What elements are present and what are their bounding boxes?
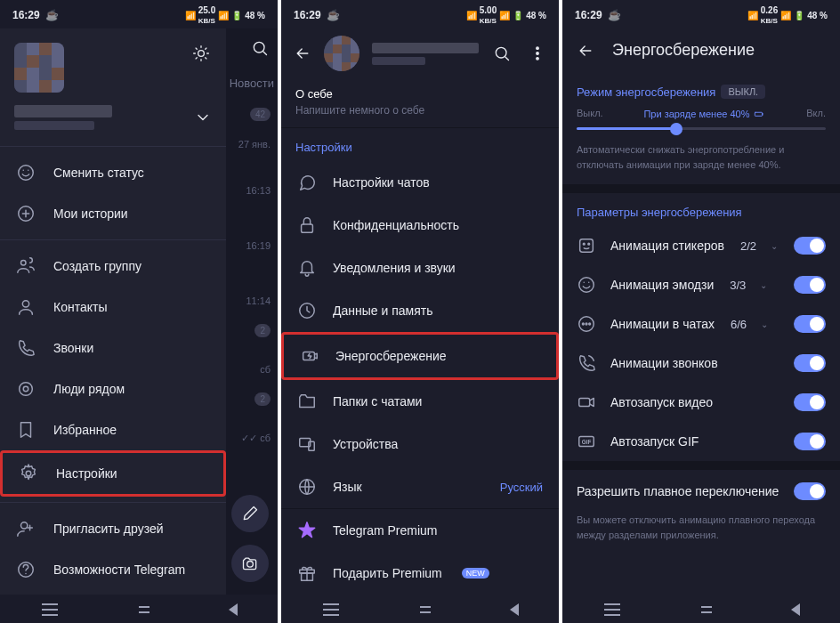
- profile-avatar[interactable]: [324, 36, 359, 71]
- nav-recents[interactable]: [40, 603, 60, 616]
- plus-person-icon: [16, 519, 36, 538]
- phone-icon: [16, 338, 36, 358]
- ps-autogif[interactable]: Автозапуск GIF: [562, 422, 840, 461]
- back-icon[interactable]: [577, 42, 594, 60]
- phone-power-saving-screen: 16:29☕ 📶0.26KB/S📶🔋48 % Энергосбережение …: [562, 0, 840, 623]
- smile-icon: [16, 163, 36, 182]
- user-avatar[interactable]: [14, 43, 64, 93]
- mode-label: Режим энергосбережения: [577, 85, 715, 99]
- folder-icon: [297, 392, 317, 411]
- chevron-down-icon[interactable]: [194, 109, 212, 126]
- bolt-icon: [300, 346, 319, 366]
- menu-my-stories[interactable]: Мои истории: [0, 193, 226, 234]
- bell-icon: [297, 258, 317, 278]
- setting-privacy[interactable]: Конфиденциальность: [281, 204, 559, 247]
- camera-fab[interactable]: [231, 545, 269, 582]
- page-title: Энергосбережение: [612, 41, 755, 60]
- power-slider[interactable]: [577, 127, 826, 130]
- username-blurred: [14, 105, 112, 117]
- setting-power-saving[interactable]: Энергосбережение: [281, 332, 559, 380]
- setting-folders[interactable]: Папки с чатами: [281, 380, 559, 423]
- ps-chat-anim[interactable]: Анимации в чатах6/6⌄: [562, 304, 840, 344]
- mode-state-badge: ВЫКЛ.: [721, 85, 765, 99]
- ps-calls-anim[interactable]: Анимации звонков: [562, 344, 840, 383]
- android-nav: [0, 595, 278, 623]
- menu-features[interactable]: Возможности Telegram: [0, 549, 226, 590]
- menu-settings[interactable]: Настройки: [0, 450, 226, 497]
- group-icon: [16, 256, 36, 276]
- person-icon: [16, 297, 36, 317]
- chat-icon: [297, 173, 317, 192]
- nav-back[interactable]: [229, 603, 238, 616]
- ps-stickers[interactable]: Анимация стикеров2/2⌄: [562, 226, 840, 265]
- ps-emoji[interactable]: Анимация эмодзи3/3⌄: [562, 265, 840, 304]
- search-icon[interactable]: [251, 39, 269, 57]
- video-icon: [577, 392, 596, 412]
- menu-contacts[interactable]: Контакты: [0, 287, 226, 328]
- ps-autovideo[interactable]: Автозапуск видео: [562, 383, 840, 422]
- more-icon[interactable]: [529, 44, 546, 62]
- devices-icon: [297, 434, 317, 454]
- nav-home[interactable]: [139, 603, 149, 616]
- params-header: Параметры энергосбережения: [562, 193, 840, 226]
- phone-drawer-screen: 16:29☕ 📶 25.0KB/S 📶🔋 48 %: [0, 0, 278, 623]
- battery-icon: [753, 108, 765, 120]
- about-section[interactable]: О себе Напишите немного о себе: [281, 78, 559, 127]
- globe-icon: [297, 477, 317, 497]
- smile-icon: [577, 275, 596, 295]
- search-icon[interactable]: [493, 44, 511, 62]
- setting-chat[interactable]: Настройки чатов: [281, 161, 559, 204]
- gift-icon: [297, 563, 317, 583]
- help-icon: [16, 560, 36, 579]
- gif-icon: [577, 432, 596, 451]
- menu-create-group[interactable]: Создать группу: [0, 246, 226, 287]
- setting-devices[interactable]: Устройства: [281, 423, 559, 465]
- status-time: 16:29: [12, 9, 40, 21]
- menu-invite[interactable]: Пригласить друзей: [0, 508, 226, 549]
- dots-chat-icon: [577, 314, 596, 334]
- setting-data[interactable]: Данные и память: [281, 289, 559, 332]
- gear-icon: [19, 464, 38, 483]
- status-bar: 16:29☕ 📶 25.0KB/S 📶🔋 48 %: [0, 0, 278, 28]
- nearby-icon: [16, 379, 36, 399]
- stories-icon: [16, 204, 36, 223]
- setting-language[interactable]: ЯзыкРусский: [281, 465, 559, 508]
- theme-toggle-icon[interactable]: [192, 44, 210, 62]
- setting-premium[interactable]: Telegram Premium: [281, 509, 559, 552]
- bookmark-icon: [16, 420, 36, 440]
- menu-change-status[interactable]: Сменить статус: [0, 152, 226, 193]
- menu-calls[interactable]: Звонки: [0, 328, 226, 368]
- navigation-drawer: Сменить статус Мои истории Создать групп…: [0, 28, 226, 595]
- profile-name-blurred: [372, 43, 479, 53]
- sticker-icon: [577, 236, 596, 255]
- star-icon: [297, 521, 317, 540]
- lock-icon: [297, 215, 317, 235]
- pencil-fab[interactable]: [231, 495, 269, 532]
- back-icon[interactable]: [294, 44, 311, 62]
- power-hint: Автоматически снижать энергопотребление …: [562, 142, 840, 184]
- menu-people-nearby[interactable]: Люди рядом: [0, 368, 226, 409]
- data-icon: [297, 301, 317, 320]
- menu-saved[interactable]: Избранное: [0, 409, 226, 450]
- call-anim-icon: [577, 353, 596, 373]
- news-tab[interactable]: Новости: [226, 68, 278, 99]
- phone-blurred: [14, 121, 94, 130]
- settings-header: Настройки: [281, 128, 559, 161]
- smooth-switch-row[interactable]: Разрешить плавное переключение: [562, 470, 840, 513]
- chat-list-peek: Новости 42 27 янв. 16:13 16:19 11:14 2 с…: [226, 28, 278, 595]
- setting-gift[interactable]: Подарить PremiumNEW: [281, 552, 559, 595]
- toggle[interactable]: [794, 237, 826, 255]
- setting-notifications[interactable]: Уведомления и звуки: [281, 247, 559, 289]
- phone-settings-screen: 16:29☕ 📶5.00KB/S📶🔋48 % О себе Напишите н…: [281, 0, 559, 623]
- smooth-hint: Вы можете отключить анимацию плавного пе…: [562, 513, 840, 554]
